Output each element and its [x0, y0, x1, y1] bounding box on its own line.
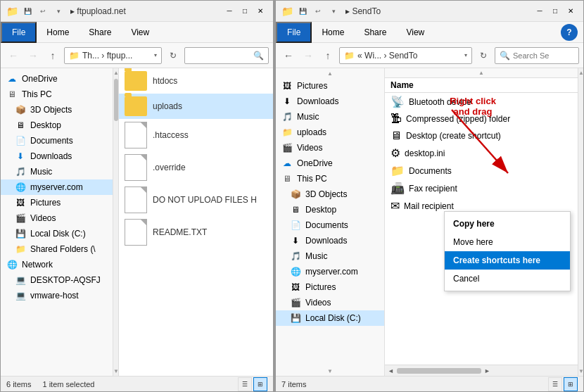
right-dropdown-btn[interactable]: ▾	[327, 5, 340, 18]
sidebar-item-desktop-aqsfj[interactable]: 💻 DESKTOP-AQSFJ	[1, 272, 113, 288]
right-scroll-down[interactable]: ▼	[578, 368, 583, 376]
right-nav-desktop[interactable]: 🖥 Desktop	[276, 202, 384, 217]
file-item-documents-send[interactable]: 📁 Documents	[385, 162, 578, 179]
ctx-copy-here[interactable]: Copy here	[445, 215, 570, 233]
file-row-override[interactable]: .override	[119, 151, 273, 184]
forward-btn-right[interactable]: →	[300, 47, 317, 64]
sidebar-item-myserver[interactable]: 🌐 myserver.com	[1, 179, 113, 195]
scrollbar-track[interactable]	[113, 76, 118, 368]
search-input-left[interactable]	[189, 51, 250, 60]
addr-dropdown-left[interactable]: ▾	[154, 52, 157, 58]
scroll-down-arrow[interactable]: ▼	[113, 368, 118, 376]
sidebar-item-shared[interactable]: 📁 Shared Folders (\	[1, 241, 113, 257]
right-nav-videos[interactable]: 🎬 Videos	[276, 140, 384, 156]
ctx-cancel[interactable]: Cancel	[445, 270, 570, 288]
address-bar-left[interactable]: 📁 Th... › ftpup... ▾	[64, 47, 162, 64]
right-nav-downloads2[interactable]: ⬇ Downloads	[276, 233, 384, 248]
ctx-create-shortcuts[interactable]: Create shortcuts here	[445, 251, 570, 270]
search-box-left[interactable]: 🔍	[184, 47, 269, 64]
sidebar-item-localdisk[interactable]: 💾 Local Disk (C:)	[1, 226, 113, 241]
tab-view-right[interactable]: View	[396, 23, 434, 42]
refresh-btn-right[interactable]: ↻	[475, 47, 492, 64]
file-row-uploads[interactable]: uploads	[119, 94, 273, 119]
right-nav-pictures2[interactable]: 🖼 Pictures	[276, 279, 384, 295]
ctx-move-here[interactable]: Move here	[445, 233, 570, 251]
file-row-htaccess[interactable]: .htaccess	[119, 119, 273, 151]
quick-dropdown-btn[interactable]: ▾	[52, 5, 65, 18]
right-h-scrollbar[interactable]: ◄ ►	[385, 365, 578, 376]
sidebar-item-3dobjects[interactable]: 📦 3D Objects	[1, 102, 113, 118]
tab-file-left[interactable]: File	[1, 22, 37, 43]
right-maximize-btn[interactable]: □	[548, 4, 562, 18]
sidebar-item-network[interactable]: 🌐 Network	[1, 257, 113, 272]
address-bar-right[interactable]: 📁 « Wi... › SendTo ▾	[339, 47, 472, 64]
h-scroll-left-btn[interactable]: ◄	[388, 367, 394, 374]
sidebar-item-videos[interactable]: 🎬 Videos	[1, 210, 113, 226]
file-item-fax[interactable]: 📠 Fax recipient	[385, 179, 578, 197]
close-btn[interactable]: ✕	[253, 4, 267, 18]
right-nav-thispc[interactable]: 🖥 This PC	[276, 171, 384, 186]
right-save-btn[interactable]: 💾	[296, 5, 309, 18]
sidebar-item-documents[interactable]: 📄 Documents	[1, 133, 113, 148]
detail-view-btn[interactable]: ⊞	[253, 377, 267, 391]
tab-share-right[interactable]: Share	[354, 23, 396, 42]
tab-home-left[interactable]: Home	[37, 23, 79, 42]
file-row-htdocs[interactable]: htdocs	[119, 68, 273, 94]
right-nav-myserver[interactable]: 🌐 myserver.com	[276, 264, 384, 279]
file-item-bluetooth[interactable]: 📡 Bluetooth device	[385, 93, 578, 110]
minimize-btn[interactable]: ─	[222, 4, 236, 18]
up-btn-right[interactable]: ↑	[319, 47, 336, 64]
right-nav-music[interactable]: 🎵 Music	[276, 109, 384, 125]
tab-home-right[interactable]: Home	[312, 23, 354, 42]
sidebar-item-downloads[interactable]: ⬇ Downloads	[1, 148, 113, 164]
right-nav-onedrive[interactable]: ☁ OneDrive	[276, 156, 384, 171]
right-nav-uploads[interactable]: 📁 uploads	[276, 125, 384, 140]
sidebar-item-desktop[interactable]: 🖥 Desktop	[1, 118, 113, 133]
right-nav-scroll-down[interactable]: ▼	[276, 366, 384, 376]
tab-file-right[interactable]: File	[276, 22, 312, 43]
sidebar-item-music[interactable]: 🎵 Music	[1, 164, 113, 179]
sidebar-item-thispc[interactable]: 🖥 This PC	[1, 87, 113, 102]
right-close-btn[interactable]: ✕	[564, 4, 578, 18]
right-nav-pictures[interactable]: 🖼 Pictures	[276, 78, 384, 94]
right-scrollbar[interactable]: ▲ ▼	[578, 68, 583, 376]
right-list-view-btn[interactable]: ☰	[548, 377, 562, 391]
file-item-zip[interactable]: 🗜 Compressed (zipped) folder	[385, 110, 578, 127]
addr-dropdown-right[interactable]: ▾	[464, 52, 467, 58]
right-scroll-up[interactable]: ▲	[578, 68, 583, 76]
sidebar-item-pictures[interactable]: 🖼 Pictures	[1, 195, 113, 210]
right-nav-localdisk[interactable]: 💾 Local Disk (C:)	[276, 310, 384, 326]
right-nav-scroll-up[interactable]: ▲	[276, 68, 384, 78]
list-view-btn[interactable]: ☰	[238, 377, 252, 391]
h-scroll-right-btn[interactable]: ►	[484, 367, 490, 374]
forward-btn-left[interactable]: →	[25, 47, 42, 64]
right-nav-downloads[interactable]: ⬇ Downloads	[276, 94, 384, 109]
left-sidebar-scrollbar[interactable]: ▲ ▼	[113, 68, 119, 376]
scroll-up-arrow[interactable]: ▲	[113, 68, 118, 76]
right-nav-3dobjects[interactable]: 📦 3D Objects	[276, 186, 384, 202]
back-btn-left[interactable]: ←	[5, 47, 22, 64]
right-detail-view-btn[interactable]: ⊞	[564, 377, 578, 391]
right-nav-music2[interactable]: 🎵 Music	[276, 248, 384, 264]
file-row-readme[interactable]: README.TXT	[119, 216, 273, 248]
search-input-right[interactable]	[513, 51, 574, 60]
quick-undo-btn[interactable]: ↩	[37, 5, 49, 18]
file-item-desktopini[interactable]: ⚙ desktop.ini	[385, 144, 578, 162]
sidebar-item-onedrive[interactable]: ☁ OneDrive	[1, 71, 113, 87]
right-nav-videos2[interactable]: 🎬 Videos	[276, 295, 384, 310]
file-list-scroll-up[interactable]: ▲	[385, 68, 578, 78]
file-row-donotupload[interactable]: DO NOT UPLOAD FILES H	[119, 184, 273, 216]
sidebar-item-vmware[interactable]: 💻 vmware-host	[1, 288, 113, 303]
right-undo-btn[interactable]: ↩	[312, 5, 324, 18]
right-minimize-btn[interactable]: ─	[533, 4, 547, 18]
tab-view-left[interactable]: View	[121, 23, 159, 42]
up-btn-left[interactable]: ↑	[44, 47, 61, 64]
right-nav-documents[interactable]: 📄 Documents	[276, 217, 384, 233]
help-btn-right[interactable]: ?	[561, 24, 578, 41]
file-item-desktop-shortcut[interactable]: 🖥 Desktop (create shortcut)	[385, 127, 578, 144]
search-box-right[interactable]: 🔍	[495, 47, 579, 64]
refresh-btn-left[interactable]: ↻	[165, 47, 182, 64]
maximize-btn[interactable]: □	[238, 4, 252, 18]
tab-share-left[interactable]: Share	[79, 23, 121, 42]
quick-save-btn[interactable]: 💾	[21, 5, 34, 18]
